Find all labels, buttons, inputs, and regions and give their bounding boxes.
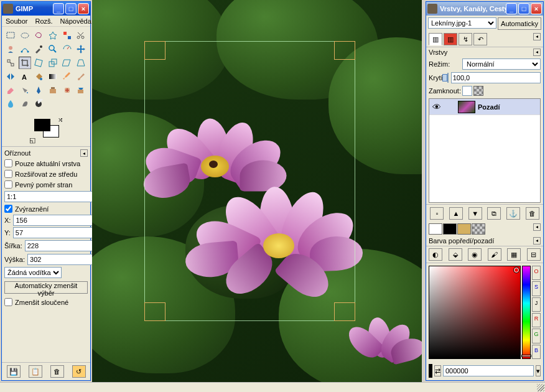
current-color-swatch[interactable] bbox=[429, 364, 432, 378]
smudge-tool[interactable] bbox=[19, 98, 31, 110]
foreground-swatch[interactable] bbox=[34, 119, 50, 131]
swap-colors-button[interactable]: ⇄ bbox=[434, 365, 441, 376]
palette-selector-icon[interactable]: ▦ bbox=[507, 248, 521, 261]
colors-menu-icon[interactable]: ◂ bbox=[533, 237, 541, 245]
brushes-tab[interactable] bbox=[429, 223, 442, 235]
palettes-tab[interactable] bbox=[472, 223, 485, 235]
scale-tool[interactable] bbox=[47, 57, 59, 69]
pencil-tool[interactable] bbox=[61, 70, 73, 83]
g-button[interactable]: G bbox=[532, 329, 541, 343]
lower-layer-button[interactable]: ▼ bbox=[468, 207, 482, 220]
dodge-burn-tool[interactable] bbox=[32, 98, 45, 110]
auto-button[interactable]: Automaticky bbox=[498, 17, 541, 30]
mode-select[interactable]: Normální bbox=[462, 58, 541, 70]
measure-tool[interactable] bbox=[61, 43, 73, 55]
hex-input[interactable] bbox=[443, 365, 534, 376]
perspective-clone-tool[interactable] bbox=[75, 84, 87, 96]
layer-thumbnail[interactable] bbox=[458, 101, 475, 113]
x-input[interactable] bbox=[13, 215, 104, 226]
new-layer-button[interactable]: ▫ bbox=[430, 207, 444, 220]
blur-tool[interactable] bbox=[4, 98, 17, 110]
channels-tab[interactable]: ▥ bbox=[444, 33, 457, 45]
text-tool[interactable]: A bbox=[19, 70, 31, 83]
rect-select-tool[interactable] bbox=[4, 29, 17, 42]
clone-tool[interactable] bbox=[47, 84, 59, 96]
eraser-tool[interactable] bbox=[4, 84, 17, 96]
zoom-tool[interactable] bbox=[47, 43, 59, 55]
lower-tab-menu-icon[interactable]: ◂ bbox=[533, 223, 541, 231]
tab-menu-icon[interactable]: ◂ bbox=[533, 33, 541, 40]
lasso-tool[interactable] bbox=[32, 29, 45, 42]
fixed-ratio-checkbox[interactable] bbox=[4, 180, 12, 189]
flip-tool[interactable] bbox=[4, 70, 17, 83]
y-input[interactable] bbox=[13, 227, 104, 238]
paths-tool[interactable] bbox=[19, 43, 31, 55]
layers-tab[interactable]: ▥ bbox=[429, 33, 442, 45]
paintbrush-tool[interactable] bbox=[75, 70, 87, 83]
image-select[interactable]: Lekníny.jpg-1 bbox=[428, 17, 496, 29]
h-button[interactable]: O bbox=[532, 266, 541, 280]
layer-name[interactable]: Pozadí bbox=[478, 103, 500, 111]
maximize-button[interactable]: □ bbox=[65, 3, 77, 14]
highlight-checkbox[interactable] bbox=[4, 205, 12, 213]
gradient-tool[interactable] bbox=[47, 70, 59, 83]
ratio-input[interactable] bbox=[4, 191, 95, 202]
r-button[interactable]: R bbox=[532, 313, 541, 327]
lock-pixels-checkbox[interactable] bbox=[462, 86, 472, 96]
menu-file[interactable]: Soubor bbox=[6, 17, 27, 25]
layer-row[interactable]: 👁 Pozadí bbox=[429, 99, 540, 115]
crop-tool[interactable] bbox=[19, 57, 31, 69]
paths-tab[interactable]: ↯ bbox=[459, 33, 472, 45]
restore-options-button[interactable]: 📋 bbox=[29, 365, 42, 378]
v-button[interactable]: J bbox=[532, 297, 541, 312]
scales-selector-icon[interactable]: ⊟ bbox=[527, 248, 541, 261]
layer-list[interactable]: 👁 Pozadí bbox=[429, 98, 541, 203]
opacity-input[interactable] bbox=[451, 72, 541, 83]
airbrush-tool[interactable] bbox=[19, 84, 31, 96]
dock-titlebar[interactable]: Vrstvy, Kanály, Cesty, ... _ □ × bbox=[426, 2, 543, 16]
swap-swatch-icon[interactable]: ⤭ bbox=[58, 116, 63, 123]
bucket-fill-tool[interactable] bbox=[32, 70, 45, 83]
shrink-merged-checkbox[interactable] bbox=[4, 298, 12, 306]
sv-cursor[interactable] bbox=[514, 268, 519, 273]
delete-options-button[interactable]: 🗑 bbox=[50, 365, 64, 378]
auto-shrink-button[interactable]: Automaticky zmenšit výběr bbox=[4, 281, 88, 294]
maximize-button[interactable]: □ bbox=[518, 3, 529, 14]
duplicate-layer-button[interactable]: ⧉ bbox=[487, 207, 501, 220]
raise-layer-button[interactable]: ▲ bbox=[449, 207, 463, 220]
shear-tool[interactable] bbox=[61, 57, 73, 69]
reset-options-button[interactable]: ↺ bbox=[72, 365, 86, 378]
scissors-tool[interactable] bbox=[75, 29, 87, 42]
resize-grip[interactable] bbox=[537, 384, 544, 391]
ink-tool[interactable] bbox=[32, 84, 45, 96]
rotate-tool[interactable] bbox=[32, 57, 45, 69]
cmyk-selector-icon[interactable]: ⬙ bbox=[449, 248, 462, 261]
layers-menu-icon[interactable]: ◂ bbox=[533, 49, 541, 56]
menu-ext[interactable]: Rozš. bbox=[35, 17, 52, 25]
undo-tab[interactable]: ↶ bbox=[473, 33, 487, 45]
expand-center-checkbox[interactable] bbox=[4, 170, 12, 178]
saturation-value-box[interactable] bbox=[429, 266, 521, 359]
minimize-button[interactable]: _ bbox=[506, 3, 517, 14]
guides-select[interactable]: Žádná vodítka bbox=[4, 267, 62, 278]
hue-cursor[interactable] bbox=[521, 355, 531, 357]
s-button[interactable]: S bbox=[532, 281, 541, 296]
ellipse-select-tool[interactable] bbox=[19, 29, 31, 42]
reset-swatch-icon[interactable]: ◱ bbox=[29, 136, 35, 142]
current-layer-checkbox[interactable] bbox=[4, 159, 12, 167]
layer-visibility-icon[interactable]: 👁 bbox=[429, 102, 444, 112]
image-canvas[interactable] bbox=[92, 0, 422, 382]
perspective-tool[interactable] bbox=[75, 57, 87, 69]
close-button[interactable]: × bbox=[531, 3, 542, 14]
tool-options-menu-icon[interactable]: ◂ bbox=[80, 149, 88, 157]
minimize-button[interactable]: _ bbox=[53, 3, 64, 14]
patterns-tab[interactable] bbox=[443, 223, 457, 235]
wheel-selector-icon[interactable]: ◉ bbox=[468, 248, 482, 261]
anchor-layer-button[interactable]: ⚓ bbox=[506, 207, 520, 220]
watercolor-selector-icon[interactable]: 🖌 bbox=[488, 248, 501, 261]
hue-slider[interactable] bbox=[522, 266, 531, 359]
opacity-slider[interactable] bbox=[447, 73, 449, 83]
save-options-button[interactable]: 💾 bbox=[7, 365, 21, 378]
toolbox-titlebar[interactable]: GIMP _ □ × bbox=[2, 2, 90, 16]
delete-layer-button[interactable]: 🗑 bbox=[526, 207, 539, 220]
